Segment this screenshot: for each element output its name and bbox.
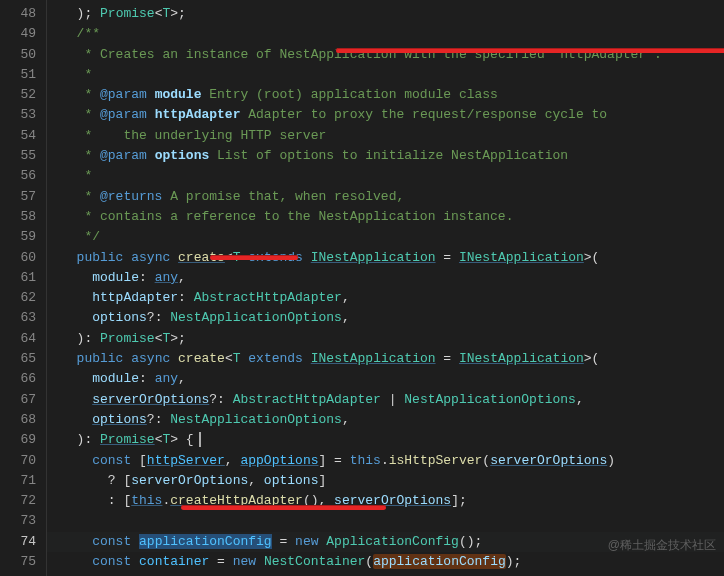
token bbox=[61, 554, 92, 569]
token: NestApplicationOptions bbox=[404, 392, 576, 407]
line-number: 55 bbox=[6, 146, 36, 166]
code-line[interactable] bbox=[47, 511, 724, 531]
token: * bbox=[61, 168, 92, 183]
code-line[interactable]: /** bbox=[47, 24, 724, 44]
token: this bbox=[131, 493, 162, 508]
token: : bbox=[178, 290, 194, 305]
code-line[interactable]: options?: NestApplicationOptions, bbox=[47, 308, 724, 328]
line-number: 69 bbox=[6, 430, 36, 450]
token: ?: bbox=[209, 392, 232, 407]
token: >( bbox=[584, 351, 600, 366]
token bbox=[303, 250, 311, 265]
code-line[interactable]: ): Promise<T>; bbox=[47, 329, 724, 349]
token: options bbox=[264, 473, 319, 488]
line-number: 51 bbox=[6, 65, 36, 85]
code-line[interactable]: */ bbox=[47, 227, 724, 247]
code-line[interactable]: module: any, bbox=[47, 268, 724, 288]
code-line[interactable]: * @param module Entry (root) application… bbox=[47, 85, 724, 105]
token: : bbox=[139, 371, 155, 386]
code-area[interactable]: ); Promise<T>; /** * Creates an instance… bbox=[46, 0, 724, 576]
code-line[interactable]: * contains a reference to the NestApplic… bbox=[47, 207, 724, 227]
token: * bbox=[61, 47, 100, 62]
token bbox=[303, 351, 311, 366]
code-line[interactable]: serverOrOptions?: AbstractHttpAdapter | … bbox=[47, 390, 724, 410]
line-number: 52 bbox=[6, 85, 36, 105]
code-editor[interactable]: 4849505152535455565758596061626364656667… bbox=[0, 0, 724, 576]
token: = bbox=[209, 554, 232, 569]
token bbox=[131, 534, 139, 549]
token: const bbox=[92, 554, 131, 569]
line-number: 57 bbox=[6, 187, 36, 207]
token: * bbox=[61, 107, 100, 122]
token: (); bbox=[459, 534, 482, 549]
token: ) bbox=[607, 453, 615, 468]
token: create bbox=[178, 351, 225, 366]
token bbox=[61, 250, 77, 265]
code-line[interactable]: module: any, bbox=[47, 369, 724, 389]
token: isHttpServer bbox=[389, 453, 483, 468]
token: applicationConfig bbox=[373, 554, 506, 569]
line-number: 54 bbox=[6, 126, 36, 146]
token: ] = bbox=[318, 453, 349, 468]
line-number: 68 bbox=[6, 410, 36, 430]
line-number: 65 bbox=[6, 349, 36, 369]
code-line[interactable]: options?: NestApplicationOptions, bbox=[47, 410, 724, 430]
code-line[interactable]: * @returns A promise that, when resolved… bbox=[47, 187, 724, 207]
line-number: 67 bbox=[6, 390, 36, 410]
token: [ bbox=[131, 453, 147, 468]
line-number: 75 bbox=[6, 552, 36, 572]
token bbox=[61, 371, 92, 386]
token: applicationConfig bbox=[139, 534, 272, 549]
code-line[interactable]: * bbox=[47, 65, 724, 85]
line-number: 71 bbox=[6, 471, 36, 491]
token: ( bbox=[482, 453, 490, 468]
token bbox=[61, 270, 92, 285]
token: = bbox=[436, 250, 459, 265]
token: ): bbox=[61, 331, 100, 346]
token: Creates an instance of bbox=[100, 47, 279, 62]
cursor bbox=[199, 432, 201, 447]
code-line[interactable]: const [httpServer, appOptions] = this.is… bbox=[47, 451, 724, 471]
code-line[interactable]: httpAdapter: AbstractHttpAdapter, bbox=[47, 288, 724, 308]
token: new bbox=[233, 554, 256, 569]
token bbox=[61, 6, 77, 21]
code-line[interactable]: ): Promise<T> { bbox=[47, 430, 724, 450]
token: = bbox=[272, 534, 295, 549]
token bbox=[61, 453, 92, 468]
token: */ bbox=[61, 229, 100, 244]
token: AbstractHttpAdapter bbox=[233, 392, 381, 407]
line-number: 60 bbox=[6, 248, 36, 268]
code-line[interactable]: public async create<T extends INestAppli… bbox=[47, 248, 724, 268]
token: INestApplication bbox=[311, 351, 436, 366]
token: , bbox=[248, 473, 264, 488]
line-number: 66 bbox=[6, 369, 36, 389]
token: ?: bbox=[147, 310, 170, 325]
line-number: 64 bbox=[6, 329, 36, 349]
token: . bbox=[381, 453, 389, 468]
token: ApplicationConfig bbox=[326, 534, 459, 549]
token bbox=[61, 310, 92, 325]
code-line[interactable]: ? [serverOrOptions, options] bbox=[47, 471, 724, 491]
token: NestApplicationOptions bbox=[170, 310, 342, 325]
code-line[interactable]: * bbox=[47, 166, 724, 186]
token: T bbox=[233, 351, 241, 366]
code-line[interactable]: * @param options List of options to init… bbox=[47, 146, 724, 166]
code-line[interactable]: ); Promise<T>; bbox=[47, 4, 724, 24]
token: options bbox=[92, 310, 147, 325]
line-number: 56 bbox=[6, 166, 36, 186]
token: ): bbox=[61, 432, 100, 447]
token: NestContainer bbox=[264, 554, 365, 569]
token: | bbox=[381, 392, 404, 407]
code-line[interactable]: * @param httpAdapter Adapter to proxy th… bbox=[47, 105, 724, 125]
code-line[interactable]: public async create<T extends INestAppli… bbox=[47, 349, 724, 369]
code-line[interactable]: const container = new NestContainer(appl… bbox=[47, 552, 724, 572]
line-number: 62 bbox=[6, 288, 36, 308]
line-number: 72 bbox=[6, 491, 36, 511]
token bbox=[61, 412, 92, 427]
token: async bbox=[131, 250, 170, 265]
token bbox=[131, 554, 139, 569]
token: const bbox=[92, 453, 131, 468]
code-line[interactable]: * the underlying HTTP server bbox=[47, 126, 724, 146]
token: /** bbox=[61, 26, 100, 41]
line-number: 53 bbox=[6, 105, 36, 125]
